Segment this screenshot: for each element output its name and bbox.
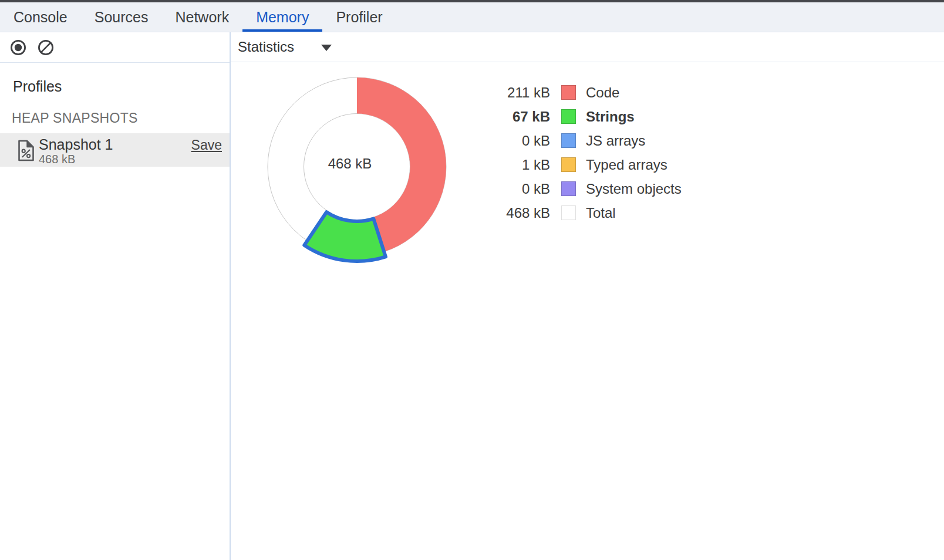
tab-profiler[interactable]: Profiler: [322, 2, 396, 32]
legend-row-code[interactable]: 211 kB Code: [494, 80, 682, 104]
devtools-tabbar: Console Sources Network Memory Profiler: [0, 2, 944, 32]
legend-row-strings[interactable]: 67 kB Strings: [494, 104, 682, 129]
legend-value: 0 kB: [494, 133, 550, 149]
heap-snapshot-icon: [18, 140, 35, 161]
chevron-down-icon: [321, 45, 332, 51]
legend-label: Code: [586, 85, 619, 101]
tab-memory[interactable]: Memory: [242, 2, 322, 32]
view-toolbar: Statistics: [230, 32, 944, 62]
legend-row-total[interactable]: 468 kB Total: [494, 201, 682, 225]
tab-sources[interactable]: Sources: [81, 2, 162, 32]
heap-snapshots-section-title: HEAP SNAPSHOTS: [12, 110, 138, 126]
legend-swatch-code: [561, 85, 576, 100]
legend-value: 67 kB: [494, 109, 550, 125]
statistics-panel: 468 kB 211 kB Code 67 kB Strings 0 kB JS…: [231, 63, 944, 560]
legend-swatch-strings: [561, 109, 576, 124]
legend-value: 1 kB: [494, 157, 550, 173]
snapshot-name: Snapshot 1: [39, 136, 113, 153]
view-select-label: Statistics: [238, 39, 294, 55]
legend-row-js-arrays[interactable]: 0 kB JS arrays: [494, 129, 682, 153]
legend-swatch-typed-arrays: [561, 157, 576, 172]
legend-label: Strings: [586, 109, 635, 125]
legend-swatch-total: [561, 205, 576, 220]
record-heap-snapshot-button[interactable]: [9, 39, 27, 56]
legend-label: Typed arrays: [586, 157, 667, 173]
legend-swatch-js-arrays: [561, 133, 576, 148]
chart-legend: 211 kB Code 67 kB Strings 0 kB JS arrays…: [494, 80, 682, 225]
legend-swatch-system-objects: [561, 181, 576, 196]
tab-console[interactable]: Console: [0, 2, 81, 32]
clear-icon: [37, 39, 55, 56]
donut-outline-inner: [304, 114, 410, 220]
save-snapshot-link[interactable]: Save: [191, 137, 222, 153]
legend-label: JS arrays: [586, 133, 645, 149]
legend-value: 468 kB: [494, 205, 550, 221]
legend-row-typed-arrays[interactable]: 1 kB Typed arrays: [494, 153, 682, 177]
profiles-sidebar: Profiles HEAP SNAPSHOTS Snapshot 1 468 k…: [0, 63, 230, 560]
legend-row-system-objects[interactable]: 0 kB System objects: [494, 177, 682, 201]
legend-label: Total: [586, 205, 616, 221]
legend-value: 211 kB: [494, 85, 550, 101]
record-icon: [9, 39, 27, 56]
legend-label: System objects: [586, 181, 682, 197]
heap-snapshot-item[interactable]: Snapshot 1 468 kB Save: [0, 133, 230, 167]
clear-profiles-button[interactable]: [37, 39, 55, 56]
profiles-toolbar: [0, 32, 230, 63]
memory-donut-chart: 468 kB: [255, 65, 458, 268]
statistics-view-select[interactable]: Statistics: [238, 39, 332, 55]
snapshot-size: 468 kB: [39, 153, 75, 166]
donut-segment-strings[interactable]: [304, 212, 386, 261]
legend-value: 0 kB: [494, 181, 550, 197]
profiles-heading: Profiles: [13, 78, 62, 95]
tab-network[interactable]: Network: [161, 2, 242, 32]
